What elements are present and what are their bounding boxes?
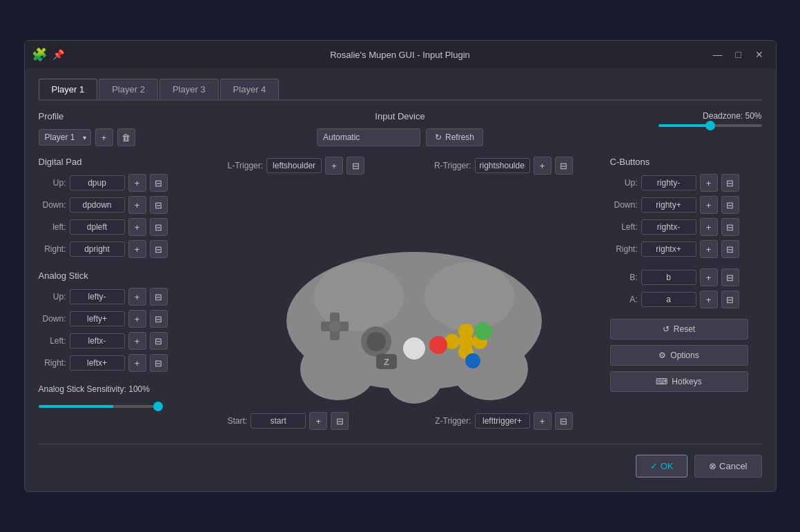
dpad-right-input[interactable] (70, 242, 125, 257)
trigger-row: L-Trigger: + ⊟ R-Trigger: + ⊟ (228, 157, 573, 175)
dpad-up-clear[interactable]: ⊟ (150, 174, 168, 192)
analog-down-clear[interactable]: ⊟ (150, 310, 168, 328)
l-trigger-input[interactable] (266, 158, 322, 173)
analog-left-input[interactable] (70, 333, 125, 348)
titlebar: 🧩 📌 Rosalie's Mupen GUI - Input Plugin —… (25, 41, 776, 68)
analog-down-label: Down: (39, 314, 66, 324)
dpad-down-input[interactable] (70, 197, 125, 213)
refresh-label: Refresh (445, 132, 474, 142)
svg-point-5 (425, 262, 514, 331)
start-clear[interactable]: ⊟ (331, 412, 349, 430)
delete-profile-button[interactable]: 🗑 (117, 128, 135, 146)
controller-display: Z (269, 183, 531, 404)
z-trigger-add[interactable]: + (534, 412, 552, 430)
c-left-clear[interactable]: ⊟ (721, 218, 739, 236)
b-row: B: + ⊟ (610, 268, 762, 286)
a-add[interactable]: + (700, 290, 718, 308)
analog-left-clear[interactable]: ⊟ (150, 332, 168, 350)
c-down-add[interactable]: + (700, 196, 718, 214)
c-left-input[interactable] (641, 219, 696, 235)
b-add[interactable]: + (700, 268, 718, 286)
profile-dropdown[interactable]: Player 1 (39, 129, 91, 146)
b-input[interactable] (641, 270, 696, 285)
input-device-dropdown[interactable]: Automatic (317, 128, 420, 146)
refresh-icon: ↻ (435, 132, 442, 142)
window-title: Rosalie's Mupen GUI - Input Plugin (330, 50, 470, 60)
analog-down-input[interactable] (70, 311, 125, 326)
options-button[interactable]: ⚙ Options (610, 345, 748, 366)
c-up-add[interactable]: + (700, 174, 718, 192)
dpad-right-add[interactable]: + (128, 240, 146, 258)
start-input[interactable] (251, 413, 306, 428)
c-down-clear[interactable]: ⊟ (721, 196, 739, 214)
c-left-add[interactable]: + (700, 218, 718, 236)
c-up-clear[interactable]: ⊟ (721, 174, 739, 192)
dpad-down-clear[interactable]: ⊟ (150, 196, 168, 214)
analog-left-add[interactable]: + (128, 332, 146, 350)
l-trigger-add[interactable]: + (325, 157, 343, 175)
start-add[interactable]: + (309, 412, 327, 430)
a-row: A: + ⊟ (610, 290, 762, 308)
dpad-left-input[interactable] (70, 219, 125, 235)
z-trigger-input[interactable] (475, 413, 530, 428)
c-down-label: Down: (610, 200, 638, 210)
c-right-label: Right: (610, 244, 638, 254)
analog-right-clear[interactable]: ⊟ (150, 354, 168, 372)
dpad-left-clear[interactable]: ⊟ (150, 218, 168, 236)
z-trigger-clear[interactable]: ⊟ (555, 412, 573, 430)
dpad-left-add[interactable]: + (128, 218, 146, 236)
analog-up-clear[interactable]: ⊟ (150, 288, 168, 306)
analog-up-add[interactable]: + (128, 288, 146, 306)
c-right-input[interactable] (641, 242, 696, 257)
controller-svg: Z (269, 183, 559, 404)
analog-right-add[interactable]: + (128, 354, 146, 372)
c-right-clear[interactable]: ⊟ (721, 240, 739, 258)
dpad-up-input[interactable] (70, 175, 125, 190)
refresh-button[interactable]: ↻ Refresh (426, 128, 483, 146)
profile-label: Profile (39, 111, 191, 121)
deadzone-label: Deadzone: 50% (703, 111, 761, 121)
tab-player4[interactable]: Player 4 (220, 79, 280, 99)
hotkeys-label: Hotkeys (672, 377, 701, 386)
titlebar-left: 🧩 📌 (32, 47, 64, 62)
c-down-input[interactable] (641, 197, 696, 213)
c-right-add[interactable]: + (700, 240, 718, 258)
c-buttons-section: C-Buttons Up: + ⊟ Down: + ⊟ Left: (610, 157, 762, 258)
digital-pad-section: Digital Pad Up: + ⊟ Down: + ⊟ (39, 157, 191, 258)
analog-sensitivity-slider[interactable] (39, 405, 163, 408)
cancel-button[interactable]: ⊗ Cancel (694, 455, 761, 477)
svg-text:Z: Z (384, 357, 389, 367)
c-left-label: Left: (610, 222, 638, 232)
minimize-button[interactable]: — (708, 45, 728, 64)
r-trigger-add[interactable]: + (534, 157, 552, 175)
svg-point-21 (465, 353, 480, 368)
right-panel: C-Buttons Up: + ⊟ Down: + ⊟ Left: (610, 157, 762, 430)
dpad-down-add[interactable]: + (128, 196, 146, 214)
close-button[interactable]: ✕ (750, 45, 769, 64)
analog-right-input[interactable] (70, 355, 125, 371)
analog-down-add[interactable]: + (128, 310, 146, 328)
options-icon: ⚙ (658, 351, 666, 360)
a-input[interactable] (641, 292, 696, 307)
analog-up-input[interactable] (70, 289, 125, 304)
c-up-input[interactable] (641, 175, 696, 190)
tab-player3[interactable]: Player 3 (159, 79, 219, 99)
a-clear[interactable]: ⊟ (721, 290, 739, 308)
dpad-right-clear[interactable]: ⊟ (150, 240, 168, 258)
r-trigger-input[interactable] (475, 158, 530, 173)
add-profile-button[interactable]: + (95, 128, 113, 146)
left-panel: Digital Pad Up: + ⊟ Down: + ⊟ (39, 157, 191, 430)
tab-player1[interactable]: Player 1 (39, 79, 98, 99)
ok-button[interactable]: ✓ OK (636, 455, 687, 477)
reset-button[interactable]: ↺ Reset (610, 319, 748, 339)
dpad-up-add[interactable]: + (128, 174, 146, 192)
b-clear[interactable]: ⊟ (721, 268, 739, 286)
dpad-right-row: Right: + ⊟ (39, 240, 191, 258)
svg-point-20 (429, 336, 447, 354)
hotkeys-button[interactable]: ⌨ Hotkeys (610, 371, 748, 392)
deadzone-slider[interactable] (658, 124, 762, 127)
l-trigger-clear[interactable]: ⊟ (347, 157, 364, 175)
tab-player2[interactable]: Player 2 (99, 79, 158, 99)
maximize-button[interactable]: □ (729, 45, 748, 64)
r-trigger-clear[interactable]: ⊟ (555, 157, 573, 175)
